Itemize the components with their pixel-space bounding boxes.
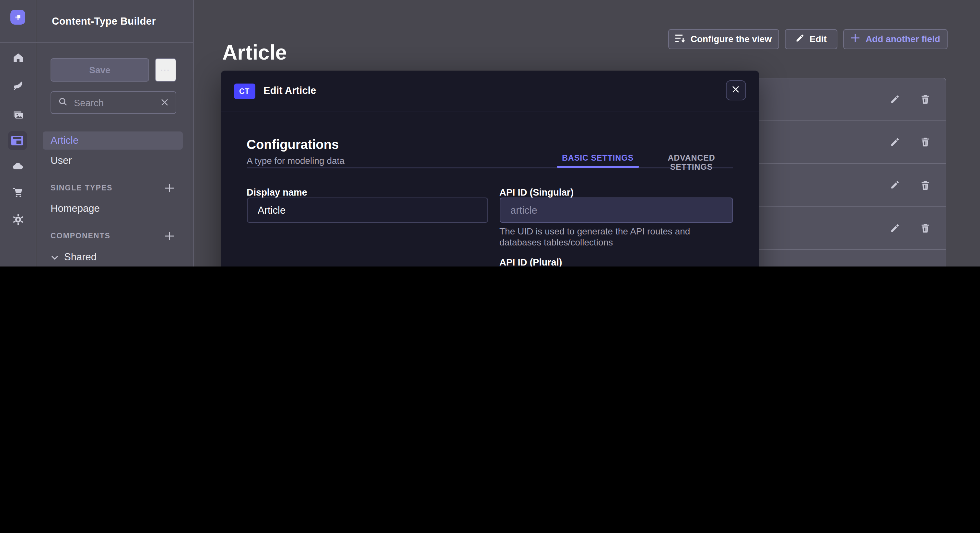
add-another-field-button[interactable]: Add another field: [843, 29, 948, 49]
filter-lines-icon: [675, 33, 686, 44]
api-id-plural-label: API ID (Plural): [500, 257, 562, 266]
sidebar-divider: [0, 42, 194, 43]
edit-field-icon[interactable]: [886, 263, 903, 266]
api-id-singular-help: The UID is used to generate the API rout…: [500, 226, 727, 248]
more-button[interactable]: ⋯: [154, 58, 176, 82]
api-id-singular-label: API ID (Singular): [500, 187, 574, 197]
tab-advanced-settings[interactable]: ADVANCED SETTINGS: [650, 153, 733, 171]
app-root: KD Content-Type Builder Save ⋯ COLLECTIO…: [0, 0, 980, 266]
shared-label: Shared: [64, 251, 97, 263]
close-icon: [732, 86, 740, 95]
plus-icon: [851, 33, 861, 45]
api-id-singular-input[interactable]: [500, 198, 733, 223]
configurations-heading: Configurations: [247, 137, 339, 152]
cloud-icon[interactable]: [0, 157, 36, 176]
feather-icon[interactable]: [0, 76, 36, 96]
components-label: COMPONENTS: [51, 232, 110, 240]
clear-search-icon[interactable]: [161, 97, 169, 108]
delete-field-icon[interactable]: [916, 219, 933, 236]
edit-label: Edit: [810, 34, 827, 44]
sidebar-group-shared[interactable]: Shared: [51, 251, 97, 263]
add-single-type-icon[interactable]: [164, 182, 174, 193]
edit-field-icon[interactable]: [886, 176, 903, 194]
search-input[interactable]: [73, 97, 156, 108]
pencil-icon: [795, 33, 804, 44]
gear-icon[interactable]: [0, 210, 36, 229]
content-type-badge: CT: [234, 83, 255, 99]
edit-field-icon[interactable]: [886, 134, 903, 151]
media-icon[interactable]: [0, 105, 36, 124]
edit-button[interactable]: Edit: [785, 29, 837, 49]
page-title-sidebar: Content-Type Builder: [52, 16, 156, 27]
sidebar-item-homepage[interactable]: Homepage: [51, 203, 100, 214]
close-button[interactable]: [725, 80, 746, 100]
sidebar: Content-Type Builder Save ⋯ COLLECTION T…: [37, 0, 194, 266]
active-tab-underline: [557, 166, 639, 168]
cart-icon[interactable]: [0, 182, 36, 202]
sidebar-item-article[interactable]: Article: [43, 131, 183, 150]
delete-field-icon[interactable]: [916, 263, 933, 266]
chevron-down-icon: [51, 251, 58, 263]
modal-header: CT Edit Article: [221, 70, 759, 111]
display-name-label: Display name: [247, 187, 307, 197]
modal-title: Edit Article: [264, 85, 316, 97]
edit-article-modal: CT Edit Article Configurations A type fo…: [221, 70, 759, 266]
search-icon: [58, 97, 67, 108]
delete-field-icon[interactable]: [916, 134, 933, 151]
display-name-input[interactable]: [247, 198, 488, 223]
configure-view-button[interactable]: Configure the view: [668, 29, 779, 49]
configure-view-label: Configure the view: [690, 34, 772, 44]
page-title: Article: [222, 41, 287, 65]
nav-rail: KD: [0, 0, 36, 266]
add-component-icon[interactable]: [164, 230, 174, 241]
content-type-builder-icon[interactable]: [8, 130, 27, 150]
tab-basic-settings[interactable]: BASIC SETTINGS: [557, 153, 639, 162]
strapi-logo-icon[interactable]: [10, 10, 25, 25]
edit-field-icon[interactable]: [886, 219, 903, 236]
sidebar-item-user[interactable]: User: [51, 155, 72, 167]
delete-field-icon[interactable]: [916, 176, 933, 194]
delete-field-icon[interactable]: [916, 90, 933, 108]
configurations-subheading: A type for modeling data: [247, 155, 345, 165]
home-icon[interactable]: [0, 48, 36, 67]
save-button[interactable]: Save: [51, 58, 149, 82]
add-another-field-label: Add another field: [865, 34, 940, 44]
search-box[interactable]: [51, 91, 176, 114]
edit-field-icon[interactable]: [886, 90, 903, 108]
single-types-label: SINGLE TYPES: [51, 184, 113, 192]
